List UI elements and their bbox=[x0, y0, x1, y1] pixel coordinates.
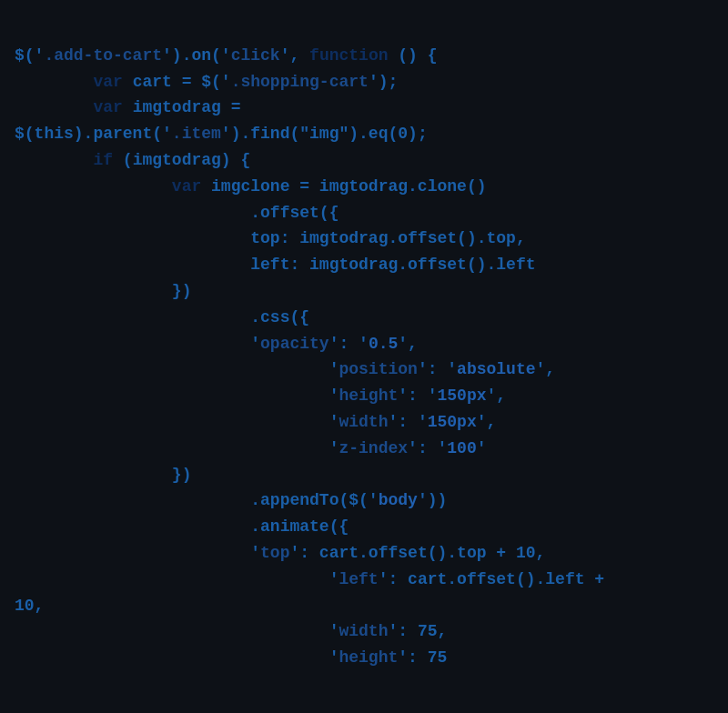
code-line: 'position': 'absolute', bbox=[15, 356, 713, 383]
code-line: left: imgtodrag.offset().left bbox=[15, 252, 713, 278]
code-line: 10, bbox=[15, 593, 713, 619]
code-line: .animate({ bbox=[15, 514, 713, 540]
code-line: $('.add-to-cart').on('click', function (… bbox=[15, 43, 713, 69]
code-line: }) bbox=[15, 278, 713, 305]
code-line: 'width': 75, bbox=[15, 618, 713, 645]
code-line: var imgtodrag = bbox=[15, 95, 713, 121]
code-line: if (imgtodrag) { bbox=[15, 147, 713, 174]
code-line: 'width': '150px', bbox=[15, 409, 713, 436]
code-line: var cart = $('.shopping-cart'); bbox=[15, 69, 713, 95]
code-line: $(this).parent('.item').find("img").eq(0… bbox=[15, 121, 713, 147]
code-line: 'left': cart.offset().left + bbox=[15, 567, 713, 593]
code-line: .appendTo($('body')) bbox=[15, 487, 713, 514]
code-line: }) bbox=[15, 462, 713, 488]
code-line: 'height': '150px', bbox=[15, 383, 713, 409]
code-line: 'z-index': '100' bbox=[15, 436, 713, 462]
code-editor: $('.add-to-cart').on('click', function (… bbox=[0, 9, 728, 678]
code-line: top: imgtodrag.offset().top, bbox=[15, 226, 713, 252]
code-line: .css({ bbox=[15, 305, 713, 331]
code-line: 'top': cart.offset().top + 10, bbox=[15, 540, 713, 567]
code-line: 'height': 75 bbox=[15, 645, 713, 671]
code-line: var imgclone = imgtodrag.clone() bbox=[15, 174, 713, 200]
code-line: .offset({ bbox=[15, 200, 713, 226]
code-line: 'opacity': '0.5', bbox=[15, 331, 713, 357]
